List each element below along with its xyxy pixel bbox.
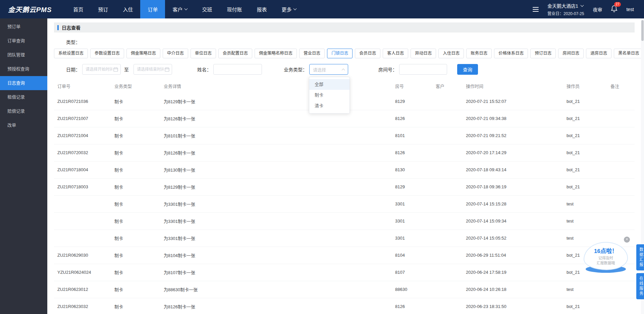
sidebar-item-1[interactable]: 订单查询 bbox=[0, 34, 47, 48]
nav-item-8[interactable]: 更多 bbox=[274, 0, 304, 18]
side-tab-0[interactable]: 数据汇报 bbox=[636, 244, 644, 270]
table-cell: ZU21R0623032 bbox=[54, 298, 111, 314]
title-accent-bar bbox=[57, 25, 59, 30]
night-audit-button[interactable]: 夜审 bbox=[593, 6, 602, 13]
log-tab-8[interactable]: 门锁日志 bbox=[327, 49, 353, 58]
sidebar-item-5[interactable]: 租借记录 bbox=[0, 90, 47, 104]
notifications-button[interactable]: 27 bbox=[611, 5, 618, 14]
table-row[interactable]: 制卡为3301制卡一张33012020-07-14 15:15:28test bbox=[54, 195, 635, 212]
nav-item-4[interactable]: 客户 bbox=[165, 0, 195, 18]
chevron-down-icon bbox=[293, 7, 297, 10]
table-cell: 2020-07-14 15:05:52 bbox=[463, 230, 563, 247]
name-label: 姓名： bbox=[197, 66, 211, 73]
sidebar-item-2[interactable]: 团队管理 bbox=[0, 48, 47, 62]
nav-item-6[interactable]: 现付账 bbox=[219, 0, 249, 18]
topbar-right: 金天鹅大酒店1 营业日：2020-07-25 夜审 27 test bbox=[533, 2, 644, 16]
sidebar-item-6[interactable]: 赔偿记录 bbox=[0, 104, 47, 118]
table-row[interactable]: ZU21R0718004制卡为8130制卡一张81302020-07-18 09… bbox=[54, 161, 635, 178]
log-tab-13[interactable]: 账务日志 bbox=[466, 49, 492, 58]
table-row[interactable]: 制卡为3301制卡一张33012020-07-14 15:05:52test bbox=[54, 230, 635, 247]
log-tab-4[interactable]: 单位日志 bbox=[191, 49, 216, 58]
log-tab-12[interactable]: 入住日志 bbox=[438, 49, 464, 58]
table-row[interactable]: ZU21R0721004制卡为8101制卡一张81012020-07-21 09… bbox=[54, 127, 635, 144]
log-tab-18[interactable]: 黑名单日志 bbox=[614, 49, 644, 58]
log-tab-17[interactable]: 退房日志 bbox=[586, 49, 611, 58]
table-row[interactable]: ZU21R0720032制卡为8126制卡一张81262020-07-20 17… bbox=[54, 144, 635, 161]
nav-item-label: 首页 bbox=[73, 6, 83, 13]
table-cell: bot_21 bbox=[563, 127, 607, 144]
table-cell: 2020-06-23 18:31:50 bbox=[463, 298, 563, 314]
table-cell: bot_21 bbox=[563, 161, 607, 178]
page-title-bar: 日志查看 bbox=[54, 22, 635, 33]
column-header-1: 业务类型 bbox=[111, 79, 160, 93]
user-menu[interactable]: test bbox=[626, 7, 634, 12]
page-title: 日志查看 bbox=[62, 24, 80, 31]
log-tab-11[interactable]: 异动日志 bbox=[411, 49, 436, 58]
sidebar-item-0[interactable]: 预订单 bbox=[0, 20, 47, 34]
table-cell: ZU21R0718004 bbox=[54, 161, 111, 178]
sidebar-item-3[interactable]: 预授权查询 bbox=[0, 62, 47, 76]
nav-item-1[interactable]: 预订 bbox=[91, 0, 115, 18]
log-tab-2[interactable]: 佣金策略日志 bbox=[126, 49, 160, 58]
business-type-select[interactable]: 请选择 全部制卡清卡 bbox=[309, 64, 348, 75]
log-tab-15[interactable]: 预订日志 bbox=[530, 49, 556, 58]
nav-item-2[interactable]: 入住 bbox=[115, 0, 140, 18]
log-tab-9[interactable]: 会员日志 bbox=[355, 49, 380, 58]
table-cell: ZU21R0721004 bbox=[54, 127, 111, 144]
nav-item-7[interactable]: 报表 bbox=[249, 0, 274, 18]
table-cell: 8126 bbox=[392, 298, 432, 314]
scrollbar-thumb[interactable] bbox=[641, 20, 644, 41]
log-tab-3[interactable]: 中介日志 bbox=[163, 49, 188, 58]
start-date-field[interactable] bbox=[86, 67, 112, 72]
dropdown-option-1[interactable]: 制卡 bbox=[309, 90, 350, 101]
table-cell: 2020-07-18 09:43:14 bbox=[463, 161, 563, 178]
table-cell: 3301 bbox=[392, 230, 432, 247]
room-label: 房间号： bbox=[378, 66, 397, 73]
end-date-field[interactable] bbox=[137, 67, 164, 72]
table-cell bbox=[432, 161, 463, 178]
table-cell bbox=[54, 230, 111, 247]
table-cell: 为8126制卡一张 bbox=[160, 144, 392, 161]
close-icon[interactable]: × bbox=[624, 237, 630, 243]
table-row[interactable]: ZU21R0629030制卡为8104制卡一张81042020-06-29 11… bbox=[54, 247, 635, 264]
sidebar-item-7[interactable]: 改单 bbox=[0, 118, 47, 132]
table-cell bbox=[54, 195, 111, 212]
log-tab-5[interactable]: 会员配置日志 bbox=[218, 49, 252, 58]
nav-item-5[interactable]: 交班 bbox=[195, 0, 219, 18]
sidebar-item-4[interactable]: 日志查询 bbox=[0, 76, 47, 90]
table-cell: 为8104制卡一张 bbox=[160, 247, 392, 264]
table-row[interactable]: YZU21R0624024制卡为8107制卡一张81072020-06-24 1… bbox=[54, 264, 635, 281]
log-tab-14[interactable]: 价格体系日志 bbox=[494, 49, 528, 58]
table-row[interactable]: 制卡为3301制卡一张33012020-07-14 15:09:34test bbox=[54, 212, 635, 230]
log-tab-1[interactable]: 参数设置日志 bbox=[90, 49, 124, 58]
table-row[interactable]: ZU21R0623032制卡为8126制卡一张81262020-06-23 18… bbox=[54, 298, 635, 314]
log-table: 订单号业务类型业务详情房号客户操作时间操作员备注 ZU21R0721036制卡为… bbox=[54, 79, 635, 314]
log-tab-7[interactable]: 营业日志 bbox=[299, 49, 325, 58]
side-tab-1[interactable]: 在线服务 bbox=[636, 273, 644, 299]
table-row[interactable]: ZU21R0718003制卡为8129制卡一张81292020-07-18 09… bbox=[54, 178, 635, 195]
dropdown-option-2[interactable]: 清卡 bbox=[309, 101, 350, 111]
log-tab-16[interactable]: 房间日志 bbox=[558, 49, 584, 58]
log-tab-0[interactable]: 系统设置日志 bbox=[54, 49, 88, 58]
reminder-title: 16点啦！ bbox=[594, 246, 618, 255]
menu-icon[interactable] bbox=[533, 7, 539, 12]
app-logo: 金天鹅云PMS bbox=[0, 4, 66, 14]
search-button[interactable]: 查询 bbox=[457, 64, 478, 75]
table-cell: 制卡 bbox=[111, 144, 160, 161]
nav-item-3[interactable]: 订单 bbox=[140, 0, 165, 18]
reminder-line-1: 记得及时 bbox=[598, 256, 613, 261]
table-cell bbox=[607, 195, 635, 212]
end-date-input[interactable] bbox=[133, 64, 172, 75]
hotel-selector[interactable]: 金天鹅大酒店1 营业日：2020-07-25 bbox=[547, 2, 584, 16]
dropdown-option-0[interactable]: 全部 bbox=[309, 79, 350, 90]
table-cell: 3301 bbox=[392, 212, 432, 230]
table-cell: 为3301制卡一张 bbox=[160, 230, 392, 247]
table-row[interactable]: ZU21R0623012制卡为88630制卡一张886302020-06-24 … bbox=[54, 281, 635, 298]
log-tab-6[interactable]: 佣金策略名称日志 bbox=[255, 49, 297, 58]
room-input[interactable] bbox=[399, 64, 447, 75]
log-tab-10[interactable]: 客人日志 bbox=[383, 49, 408, 58]
table-cell: 8130 bbox=[392, 161, 432, 178]
nav-item-0[interactable]: 首页 bbox=[66, 0, 91, 18]
name-input[interactable] bbox=[213, 64, 262, 75]
start-date-input[interactable] bbox=[82, 64, 121, 75]
